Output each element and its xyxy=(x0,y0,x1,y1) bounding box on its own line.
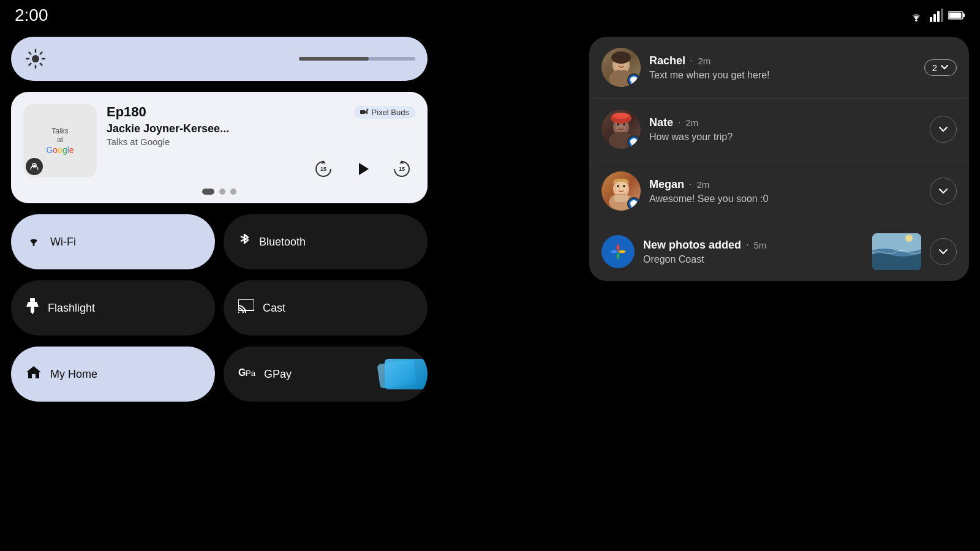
status-icons xyxy=(908,9,965,22)
flashlight-tile[interactable]: Flashlight xyxy=(11,280,215,335)
notif-count-rachel: 2 xyxy=(932,62,937,73)
notif-message-nate: How was your trip? xyxy=(649,132,921,143)
svg-rect-4 xyxy=(941,9,943,22)
notif-expand-nate[interactable] xyxy=(930,116,957,143)
forward-button[interactable]: 15 xyxy=(388,156,415,182)
notifications-container: Rachel · 2m Text me when you get here! 2 xyxy=(589,37,969,281)
svg-point-26 xyxy=(32,244,34,246)
messages-app-icon-rachel xyxy=(627,73,641,87)
myhome-tile-label: My Home xyxy=(50,368,97,381)
brightness-fill xyxy=(299,57,369,61)
wifi-tile-label: Wi-Fi xyxy=(50,236,76,249)
cast-tile[interactable]: Cast xyxy=(224,280,428,335)
photos-app-icon xyxy=(601,235,635,268)
svg-line-15 xyxy=(40,53,42,54)
notification-nate[interactable]: Nate · 2m How was your trip? xyxy=(589,99,969,160)
gpay-tile[interactable]: G Pay GPay xyxy=(224,347,428,402)
media-progress-dots xyxy=(23,189,415,195)
messages-app-icon-megan xyxy=(627,197,641,211)
svg-rect-28 xyxy=(31,307,34,313)
gpay-card-front xyxy=(385,359,428,389)
dot-1 xyxy=(202,189,214,195)
photo-thumbnail xyxy=(872,233,921,270)
gpay-tile-label: GPay xyxy=(264,368,292,381)
notif-time-nate: 2m xyxy=(685,118,698,128)
svg-rect-3 xyxy=(937,11,940,22)
dot-3 xyxy=(230,189,236,195)
notification-rachel[interactable]: Rachel · 2m Text me when you get here! 2 xyxy=(589,37,969,99)
dot-2 xyxy=(219,189,225,195)
svg-rect-2 xyxy=(933,14,936,22)
notif-name-rachel: Rachel xyxy=(649,54,685,67)
notif-count-badge-rachel[interactable]: 2 xyxy=(924,59,957,76)
wifi-tile[interactable]: Wi-Fi xyxy=(11,214,215,269)
svg-line-13 xyxy=(29,53,31,54)
avatar-megan xyxy=(601,171,641,211)
svg-point-8 xyxy=(32,55,39,62)
play-button[interactable] xyxy=(349,156,376,182)
media-subtitle-label: Talks at Google xyxy=(107,137,415,147)
svg-point-20 xyxy=(366,109,368,111)
signal-icon xyxy=(930,9,943,22)
notif-expand-megan[interactable] xyxy=(930,178,957,204)
notif-time-megan: 2m xyxy=(696,179,709,190)
svg-rect-6 xyxy=(963,13,965,17)
brightness-icon xyxy=(23,47,48,71)
tiles-row-3: My Home G Pay GPay xyxy=(11,347,428,402)
svg-rect-52 xyxy=(614,195,628,202)
rewind-button[interactable]: 15 xyxy=(310,156,337,182)
media-info: Ep180 Pixel Buds Jackie Joyner-Kersee...… xyxy=(107,104,415,182)
right-panel: Rachel · 2m Text me when you get here! 2 xyxy=(589,37,969,551)
notif-time-photos: 5m xyxy=(753,240,766,250)
svg-point-39 xyxy=(611,51,631,64)
svg-text:15: 15 xyxy=(399,166,405,172)
flashlight-tile-icon xyxy=(26,298,39,318)
notif-content-megan: Megan · 2m Awesome! See you soon :0 xyxy=(649,178,921,204)
notif-content-photos: New photos added · 5m Oregon Coast xyxy=(643,239,864,265)
myhome-tile[interactable]: My Home xyxy=(11,347,215,402)
svg-point-31 xyxy=(238,312,239,313)
svg-point-50 xyxy=(617,185,619,187)
bluetooth-tile-icon xyxy=(238,232,251,252)
notification-photos[interactable]: New photos added · 5m Oregon Coast xyxy=(589,222,969,281)
svg-rect-7 xyxy=(949,13,962,18)
output-device-label: Pixel Buds xyxy=(372,108,409,117)
svg-point-51 xyxy=(623,185,625,187)
messages-app-icon-nate xyxy=(627,135,641,149)
podcast-icon xyxy=(26,158,43,175)
bluetooth-tile-label: Bluetooth xyxy=(259,236,306,249)
tiles-row-2: Flashlight Cast xyxy=(11,280,428,335)
notif-message-photos: Oregon Coast xyxy=(643,254,864,265)
media-thumbnail: Talksat Google xyxy=(23,104,97,178)
status-bar: 2:00 xyxy=(0,0,980,31)
brightness-widget[interactable] xyxy=(11,37,428,81)
svg-line-16 xyxy=(29,64,31,66)
bluetooth-tile[interactable]: Bluetooth xyxy=(224,214,428,269)
cast-tile-label: Cast xyxy=(263,302,285,315)
flashlight-tile-label: Flashlight xyxy=(48,302,95,315)
svg-text:G: G xyxy=(238,367,246,378)
wifi-tile-icon xyxy=(26,234,42,250)
gpay-tile-icon: G Pay xyxy=(238,366,255,382)
svg-point-54 xyxy=(905,234,913,242)
svg-point-0 xyxy=(915,20,918,22)
media-podcast-name: Talksat xyxy=(46,127,74,144)
notif-title-photos: New photos added xyxy=(643,239,741,252)
left-panel: Talksat Google Ep180 xyxy=(11,37,428,551)
svg-point-46 xyxy=(612,113,630,119)
notif-message-megan: Awesome! See you soon :0 xyxy=(649,193,921,204)
notif-name-megan: Megan xyxy=(649,178,684,191)
notif-expand-photos[interactable] xyxy=(930,238,957,265)
media-output-badge[interactable]: Pixel Buds xyxy=(354,106,415,119)
svg-rect-1 xyxy=(930,17,932,22)
tiles-row-1: Wi-Fi Bluetooth xyxy=(11,214,428,269)
cast-tile-icon xyxy=(238,299,254,317)
notification-megan[interactable]: Megan · 2m Awesome! See you soon :0 xyxy=(589,160,969,222)
brightness-track[interactable] xyxy=(299,57,415,61)
media-episode: Ep180 xyxy=(107,104,146,120)
media-title: Jackie Joyner-Kersee... xyxy=(107,122,415,135)
google-logo: Google xyxy=(46,145,74,155)
svg-point-18 xyxy=(34,165,36,167)
home-tile-icon xyxy=(26,365,42,383)
svg-marker-23 xyxy=(359,163,369,175)
